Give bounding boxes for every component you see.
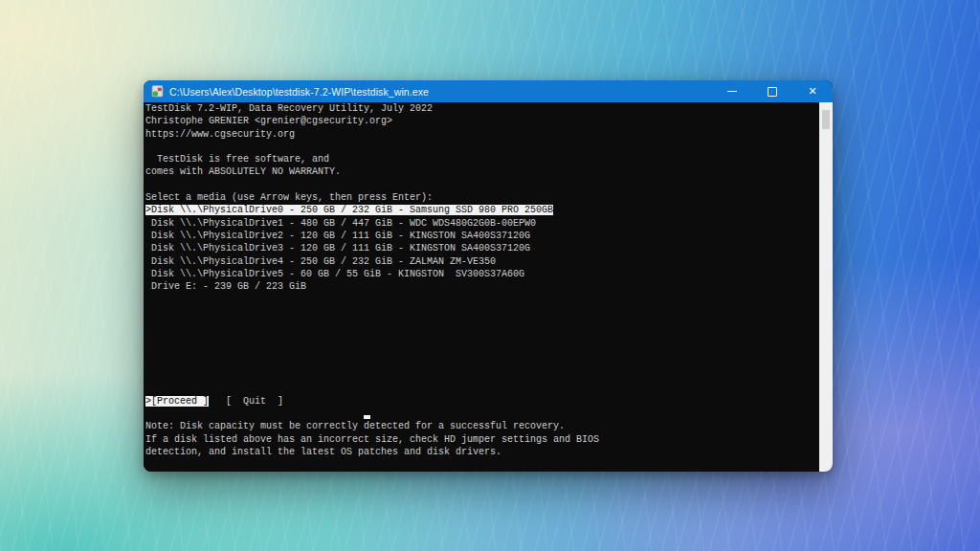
console-line (145, 306, 833, 319)
console-line (145, 408, 833, 420)
console-line (145, 357, 833, 369)
minimize-button[interactable] (712, 80, 752, 102)
console-window: C:\Users\Alex\Desktop\testdisk-7.2-WIP\t… (144, 80, 833, 472)
console-line: TestDisk is free software, and (145, 153, 833, 165)
desktop-wallpaper: C:\Users\Alex\Desktop\testdisk-7.2-WIP\t… (0, 0, 980, 551)
console-line (145, 179, 833, 191)
note-line: Note: Disk capacity must be correctly de… (145, 420, 833, 432)
maximize-button[interactable] (752, 80, 792, 102)
drive-row[interactable]: Disk \\.\PhysicalDrive1 - 480 GB / 447 G… (145, 217, 833, 230)
window-title: C:\Users\Alex\Desktop\testdisk-7.2-WIP\t… (169, 86, 712, 98)
console-line (145, 369, 833, 382)
window-controls: ✕ (712, 80, 833, 102)
proceed-button[interactable]: >[Proceed ] (145, 396, 209, 407)
scrollbar[interactable] (819, 102, 833, 472)
console-line (145, 141, 833, 153)
menu-row: >[Proceed ] [ Quit ] (145, 395, 833, 408)
drive-row: >Disk \\.\PhysicalDrive0 - 250 GB / 232 … (145, 204, 833, 216)
console-line (145, 383, 833, 395)
console-line (145, 293, 833, 305)
drive-row[interactable]: Disk \\.\PhysicalDrive3 - 120 GB / 111 G… (145, 242, 833, 254)
quit-button[interactable]: [ Quit ] (226, 396, 283, 407)
console-line (145, 331, 833, 343)
text-cursor (364, 415, 370, 419)
scrollbar-thumb[interactable] (822, 110, 830, 129)
console-line: TestDisk 7.2-WIP, Data Recovery Utility,… (145, 102, 833, 115)
console-output: TestDisk 7.2-WIP, Data Recovery Utility,… (144, 102, 833, 472)
drive-row[interactable]: Drive E: - 239 GB / 223 GiB (145, 280, 833, 293)
drive-row[interactable]: Disk \\.\PhysicalDrive5 - 60 GB / 55 GiB… (145, 268, 833, 280)
console-line (145, 344, 833, 357)
maximize-icon (768, 87, 777, 97)
console-line: Christophe GRENIER <grenier@cgsecurity.o… (145, 115, 833, 127)
note-line: detection, and install the latest OS pat… (145, 446, 833, 458)
drive-row-selected[interactable]: >Disk \\.\PhysicalDrive0 - 250 GB / 232 … (145, 205, 553, 215)
close-button[interactable]: ✕ (792, 80, 833, 102)
menu-gap (209, 396, 226, 407)
drive-row[interactable]: Disk \\.\PhysicalDrive4 - 250 GB / 232 G… (145, 255, 833, 268)
console-line: comes with ABSOLUTELY NO WARRANTY. (145, 165, 833, 178)
close-icon: ✕ (808, 86, 816, 97)
minimize-icon (727, 91, 737, 92)
window-titlebar[interactable]: C:\Users\Alex\Desktop\testdisk-7.2-WIP\t… (144, 80, 833, 102)
console-line (145, 319, 833, 331)
note-line: If a disk listed above has an incorrect … (145, 433, 833, 446)
app-icon (151, 85, 164, 98)
select-media-prompt: Select a media (use Arrow keys, then pre… (145, 191, 833, 204)
drive-row[interactable]: Disk \\.\PhysicalDrive2 - 120 GB / 111 G… (145, 230, 833, 242)
console-line: https://www.cgsecurity.org (145, 128, 833, 141)
